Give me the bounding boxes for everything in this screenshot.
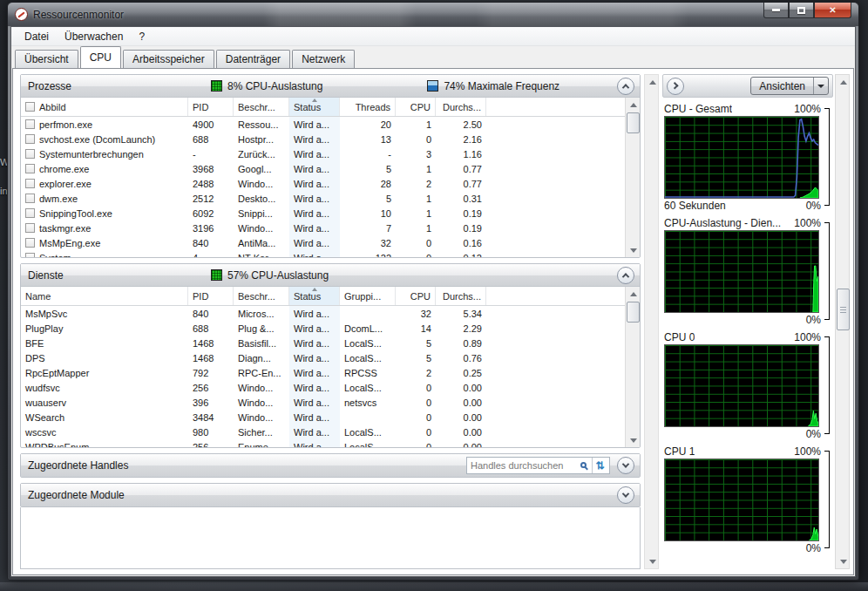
maximize-button[interactable] bbox=[789, 3, 814, 18]
column-header[interactable]: Beschr... bbox=[234, 98, 289, 116]
scrollbar-thumb[interactable] bbox=[627, 302, 640, 323]
table-row[interactable]: dwm.exe2512Deskto...Wird a...510.31 bbox=[21, 191, 640, 206]
table-cell: 688 bbox=[188, 132, 234, 146]
scrollbar-thumb[interactable] bbox=[837, 289, 850, 330]
processes-collapse-button[interactable] bbox=[617, 78, 634, 95]
search-icon[interactable] bbox=[580, 462, 587, 468]
table-row[interactable]: MsMpSvc840Micros...Wird a...325.34 bbox=[21, 306, 640, 321]
column-header[interactable]: Name bbox=[21, 287, 188, 305]
tab-cpu[interactable]: CPU bbox=[80, 46, 121, 68]
table-row[interactable]: DPS1468Diagn...Wird a...LocalS...50.76 bbox=[21, 350, 640, 365]
column-header[interactable]: PID bbox=[188, 287, 234, 305]
processes-panel-header[interactable]: Prozesse 8% CPU-Auslastung 74% Maximale … bbox=[21, 75, 640, 98]
scroll-down-arrow[interactable] bbox=[626, 243, 641, 257]
processes-table-header[interactable]: AbbildPIDBeschr...StatusThreadsCPUDurchs… bbox=[21, 98, 640, 117]
close-button[interactable]: ✕ bbox=[814, 3, 851, 18]
table-cell: 0.76 bbox=[436, 350, 486, 365]
views-dropdown-arrow[interactable] bbox=[813, 78, 828, 94]
table-row[interactable]: chrome.exe3968Googl...Wird a...510.77 bbox=[21, 161, 640, 176]
table-cell bbox=[340, 306, 396, 321]
column-header[interactable]: Abbild bbox=[21, 98, 188, 116]
row-checkbox[interactable] bbox=[25, 179, 35, 188]
scrollbar-thumb[interactable] bbox=[627, 112, 640, 133]
row-checkbox[interactable] bbox=[25, 164, 35, 173]
column-header[interactable]: PID bbox=[188, 98, 234, 116]
modules-panel-header[interactable]: Zugeordnete Module bbox=[21, 484, 640, 506]
scroll-up-arrow[interactable] bbox=[626, 98, 641, 112]
row-checkbox[interactable] bbox=[25, 134, 35, 144]
table-cell: System bbox=[21, 250, 188, 257]
column-header[interactable]: Threads bbox=[340, 98, 396, 116]
scroll-down-arrow[interactable] bbox=[645, 554, 660, 568]
tab-uebersicht[interactable]: Übersicht bbox=[15, 50, 78, 68]
handles-expand-button[interactable] bbox=[617, 457, 634, 474]
table-row[interactable]: Systemunterbrechungen-Zurück...Wird a...… bbox=[21, 146, 640, 161]
handles-search-input[interactable] bbox=[467, 459, 579, 472]
row-checkbox[interactable] bbox=[25, 223, 35, 233]
menu-ueberwachen[interactable]: Überwachen bbox=[57, 29, 131, 44]
column-header[interactable]: CPU bbox=[396, 98, 436, 116]
cpu-usage-led-icon bbox=[211, 269, 222, 281]
table-row[interactable]: SnippingTool.exe6092Snippi...Wird a...10… bbox=[21, 206, 640, 221]
table-row[interactable]: wudfsvc256Windo...Wird a...LocalS...00.0… bbox=[21, 380, 640, 395]
scroll-down-arrow[interactable] bbox=[626, 433, 641, 447]
scroll-up-arrow[interactable] bbox=[626, 287, 641, 301]
table-cell: PlugPlay bbox=[21, 321, 188, 336]
row-checkbox[interactable] bbox=[25, 208, 35, 218]
menu-help[interactable]: ? bbox=[131, 29, 153, 44]
table-row[interactable]: RpcEptMapper792RPC-En...Wird a...RPCSS20… bbox=[21, 365, 640, 380]
column-header[interactable]: Status bbox=[289, 287, 340, 305]
services-table-header[interactable]: NamePIDBeschr...StatusGruppi...CPUDurchs… bbox=[21, 287, 640, 306]
table-cell: wudfsvc bbox=[21, 380, 188, 395]
menu-datei[interactable]: Datei bbox=[17, 29, 57, 44]
column-header[interactable]: Durchs... bbox=[436, 98, 486, 116]
table-row[interactable]: BFE1468Basisfil...Wird a...LocalS...50.8… bbox=[21, 336, 640, 350]
tab-datentraeger[interactable]: Datenträger bbox=[216, 50, 290, 68]
table-row[interactable]: MsMpEng.exe840AntiMa...Wird a...3200.16 bbox=[21, 235, 640, 250]
table-cell: 5.34 bbox=[436, 306, 486, 321]
services-panel-header[interactable]: Dienste 57% CPU-Auslastung bbox=[21, 264, 640, 287]
graphs-panel-scrollbar[interactable] bbox=[835, 74, 850, 569]
handles-panel-header[interactable]: Zugeordnete Handles ⇄ bbox=[21, 454, 640, 477]
refresh-sync-icon[interactable]: ⇄ bbox=[592, 458, 609, 473]
column-header[interactable]: Durchs... bbox=[436, 287, 486, 305]
column-header[interactable]: Status bbox=[289, 98, 340, 116]
row-checkbox[interactable] bbox=[25, 119, 35, 129]
collapse-graphs-button[interactable] bbox=[667, 78, 684, 95]
scroll-up-arrow[interactable] bbox=[645, 75, 660, 89]
column-header[interactable]: Beschr... bbox=[234, 287, 289, 305]
table-row[interactable]: System4NT-Ker...Wird a...12200.12 bbox=[21, 250, 640, 257]
tab-arbeitsspeicher[interactable]: Arbeitsspeicher bbox=[123, 50, 214, 68]
row-checkbox[interactable] bbox=[25, 149, 35, 159]
table-cell: 0.19 bbox=[436, 221, 486, 235]
table-row[interactable]: wuauserv396Windo...Wird a...netsvcs00.00 bbox=[21, 395, 640, 410]
table-row[interactable]: explorer.exe2488Windo...Wird a...2820.77 bbox=[21, 176, 640, 191]
table-row[interactable]: svchost.exe (DcomLaunch)688Hostpr...Wird… bbox=[21, 132, 640, 146]
scroll-down-arrow[interactable] bbox=[836, 554, 851, 568]
title-bar[interactable]: Ressourcenmonitor ✕ bbox=[8, 3, 858, 26]
column-header[interactable]: Gruppi... bbox=[340, 287, 396, 305]
tab-netzwerk[interactable]: Netzwerk bbox=[292, 50, 355, 68]
services-collapse-button[interactable] bbox=[617, 267, 634, 284]
table-row[interactable]: WSearch3484Windo...Wird a...00.00 bbox=[21, 410, 640, 425]
table-row[interactable]: PlugPlay688Plug &...Wird a...DcomL...142… bbox=[21, 321, 640, 336]
row-checkbox[interactable] bbox=[25, 238, 35, 248]
table-row[interactable]: taskmgr.exe3196Windo...Wird a...710.19 bbox=[21, 221, 640, 235]
views-dropdown-button[interactable]: Ansichten bbox=[750, 77, 829, 95]
minimize-button[interactable] bbox=[763, 3, 789, 18]
scroll-up-arrow[interactable] bbox=[836, 75, 851, 89]
column-header[interactable]: CPU bbox=[396, 287, 436, 305]
select-all-checkbox[interactable] bbox=[25, 102, 35, 112]
table-row[interactable]: wscsvc980Sicher...Wird a...LocalS...00.0… bbox=[21, 425, 640, 439]
table-row[interactable]: perfmon.exe4900Ressou...Wird a...2012.50 bbox=[21, 117, 640, 132]
table-cell: 6092 bbox=[188, 206, 234, 221]
left-column-scrollbar[interactable] bbox=[644, 74, 659, 569]
row-checkbox[interactable] bbox=[25, 253, 35, 257]
row-checkbox[interactable] bbox=[25, 194, 35, 203]
services-scrollbar[interactable] bbox=[625, 287, 640, 447]
table-cell: Ressou... bbox=[234, 117, 289, 132]
processes-scrollbar[interactable] bbox=[625, 98, 640, 257]
modules-expand-button[interactable] bbox=[617, 486, 634, 504]
table-row[interactable]: WPDBusEnum256Enume...Wird a...LocalS...0… bbox=[21, 439, 640, 447]
table-cell: svchost.exe (DcomLaunch) bbox=[21, 132, 188, 146]
